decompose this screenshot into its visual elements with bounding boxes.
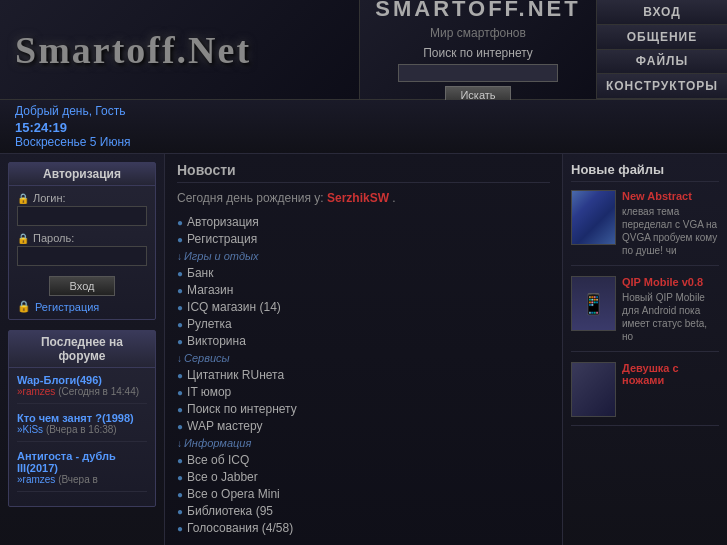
file-info-0: New Abstract клевая тема переделал с VGA… <box>622 190 719 257</box>
forum-item-0-meta: »ramzes (Сегодня в 14:44) <box>17 386 147 397</box>
forum-item-2-title[interactable]: Антигоста - дубль III(2017) <box>17 450 147 474</box>
search-input[interactable] <box>398 64 558 82</box>
file-thumb-1: 📱 <box>571 276 616 331</box>
site-subtitle: Мир смартфонов <box>430 26 526 40</box>
nav-list-item-7: ● Викторина <box>177 334 550 348</box>
file-desc-0: клевая тема переделал с VGA на QVGA проб… <box>622 205 719 257</box>
register-icon: 🔒 <box>17 300 31 313</box>
nav-bullet-5: ● <box>177 302 183 313</box>
nav-list-item-16: ● Все о Opera Mini <box>177 487 550 501</box>
file-name-0[interactable]: New Abstract <box>622 190 719 202</box>
nav-link-6[interactable]: ● Рулетка <box>177 317 550 331</box>
nav-faily[interactable]: ФАЙЛЫ <box>597 50 727 75</box>
search-label: Поиск по интернету <box>423 46 533 60</box>
nav-link-12[interactable]: ● WAP мастеру <box>177 419 550 433</box>
file-thumb-2 <box>571 362 616 417</box>
forum-item-0: Wap-Блоги(496) »ramzes (Сегодня в 14:44) <box>17 374 147 404</box>
nav-link-3[interactable]: ● Банк <box>177 266 550 280</box>
nav-bullet-15: ● <box>177 472 183 483</box>
main-layout: Авторизация 🔒 Логин: 🔒 Пароль: Вход 🔒 Ре… <box>0 154 727 545</box>
nav-link-14[interactable]: ● Все об ICQ <box>177 453 550 467</box>
nav-konstruktory[interactable]: КОНСТРУКТОРЫ <box>597 74 727 99</box>
nav-link-16[interactable]: ● Все о Opera Mini <box>177 487 550 501</box>
nav-link-4[interactable]: ● Магазин <box>177 283 550 297</box>
nav-bullet-14: ● <box>177 455 183 466</box>
nav-list-item-1: ● Регистрация <box>177 232 550 246</box>
news-title: Новости <box>177 162 550 183</box>
nav-list-item-8: ↓Сервисы <box>177 351 550 365</box>
nav-bullet-0: ● <box>177 217 183 228</box>
password-label: 🔒 Пароль: <box>17 232 147 244</box>
nav-list-item-10: ● IT юмор <box>177 385 550 399</box>
left-sidebar: Авторизация 🔒 Логин: 🔒 Пароль: Вход 🔒 Ре… <box>0 154 165 545</box>
login-input[interactable] <box>17 206 147 226</box>
nav-vhod[interactable]: ВХОД <box>597 0 727 25</box>
logo: Smartoff.Net <box>15 28 251 72</box>
nav-list-item-4: ● Магазин <box>177 283 550 297</box>
search-area: SMARTOFF.NET Мир смартфонов Поиск по инт… <box>360 0 597 99</box>
nav-bullet-18: ● <box>177 523 183 534</box>
file-item-0: New Abstract клевая тема переделал с VGA… <box>571 190 719 266</box>
file-info-1: QIP Mobile v0.8 Новый QIP Mobile для And… <box>622 276 719 343</box>
nav-list-item-6: ● Рулетка <box>177 317 550 331</box>
auth-box-content: 🔒 Логин: 🔒 Пароль: Вход 🔒 Регистрация <box>9 186 155 319</box>
nav-list-item-13: ↓Информация <box>177 436 550 450</box>
forum-box-title: Последнее на форуме <box>9 331 155 368</box>
forum-item-2: Антигоста - дубль III(2017) »ramzes (Вче… <box>17 450 147 492</box>
forum-item-1: Кто чем занят ?(1998) »KiSs (Вчера в 16:… <box>17 412 147 442</box>
birthday-bar: Сегодня день рождения у: SerzhikSW . <box>177 191 550 205</box>
nav-bullet-1: ● <box>177 234 183 245</box>
logo-area: Smartoff.Net <box>0 0 360 99</box>
nav-bullet-4: ● <box>177 285 183 296</box>
nav-link-10[interactable]: ● IT юмор <box>177 385 550 399</box>
forum-item-1-meta: »KiSs (Вчера в 16:38) <box>17 424 147 435</box>
nav-list-item-0: ● Авторизация <box>177 215 550 229</box>
nav-link-0[interactable]: ● Авторизация <box>177 215 550 229</box>
nav-link-9[interactable]: ● Цитатник RUнета <box>177 368 550 382</box>
auth-box-title: Авторизация <box>9 163 155 186</box>
center-content: Новости Сегодня день рождения у: Serzhik… <box>165 154 562 545</box>
nav-list-item-11: ● Поиск по интернету <box>177 402 550 416</box>
datetime: 15:24:19 <box>15 120 67 135</box>
login-label: 🔒 Логин: <box>17 192 147 204</box>
nav-bullet-7: ● <box>177 336 183 347</box>
file-item-1: 📱 QIP Mobile v0.8 Новый QIP Mobile для A… <box>571 276 719 352</box>
password-input[interactable] <box>17 246 147 266</box>
nav-bullet-12: ● <box>177 421 183 432</box>
file-thumb-0 <box>571 190 616 245</box>
nav-obshenie[interactable]: ОБЩЕНИЕ <box>597 25 727 50</box>
file-name-1[interactable]: QIP Mobile v0.8 <box>622 276 719 288</box>
nav-bullet-11: ● <box>177 404 183 415</box>
nav-bullet-6: ● <box>177 319 183 330</box>
lock-icon2: 🔒 <box>17 233 29 244</box>
file-item-2: Девушка с ножами <box>571 362 719 426</box>
nav-bullet-3: ● <box>177 268 183 279</box>
right-sidebar: Новые файлы New Abstract клевая тема пер… <box>562 154 727 545</box>
nav-link-1[interactable]: ● Регистрация <box>177 232 550 246</box>
file-name-2[interactable]: Девушка с ножами <box>622 362 719 386</box>
nav-link-11[interactable]: ● Поиск по интернету <box>177 402 550 416</box>
nav-section-label-2[interactable]: Игры и отдых <box>182 250 259 262</box>
nav-list-item-5: ● ICQ магазин (14) <box>177 300 550 314</box>
nav-list-item-12: ● WAP мастеру <box>177 419 550 433</box>
new-files-title: Новые файлы <box>571 162 719 182</box>
login-button[interactable]: Вход <box>49 276 116 296</box>
nav-link-15[interactable]: ● Все о Jabber <box>177 470 550 484</box>
nav-section-label-13[interactable]: Информация <box>182 437 251 449</box>
file-items-container: New Abstract клевая тема переделал с VGA… <box>571 190 719 426</box>
nav-section-label-8[interactable]: Сервисы <box>182 352 230 364</box>
forum-item-1-title[interactable]: Кто чем занят ?(1998) <box>17 412 147 424</box>
nav-link-17[interactable]: ● Библиотека (95 <box>177 504 550 518</box>
news-menu: ● Авторизация● Регистрация↓Игры и отдых●… <box>177 215 550 535</box>
nav-area: ВХОД ОБЩЕНИЕ ФАЙЛЫ КОНСТРУКТОРЫ <box>597 0 727 99</box>
nav-link-18[interactable]: ● Голосования (4/58) <box>177 521 550 535</box>
nav-bullet-17: ● <box>177 506 183 517</box>
forum-item-2-meta: »ramzes (Вчера в <box>17 474 147 485</box>
nav-list-item-3: ● Банк <box>177 266 550 280</box>
lock-icon: 🔒 <box>17 193 29 204</box>
register-link[interactable]: 🔒 Регистрация <box>17 300 147 313</box>
nav-list-item-9: ● Цитатник RUнета <box>177 368 550 382</box>
forum-item-0-title[interactable]: Wap-Блоги(496) <box>17 374 147 386</box>
nav-link-7[interactable]: ● Викторина <box>177 334 550 348</box>
nav-link-5[interactable]: ● ICQ магазин (14) <box>177 300 550 314</box>
